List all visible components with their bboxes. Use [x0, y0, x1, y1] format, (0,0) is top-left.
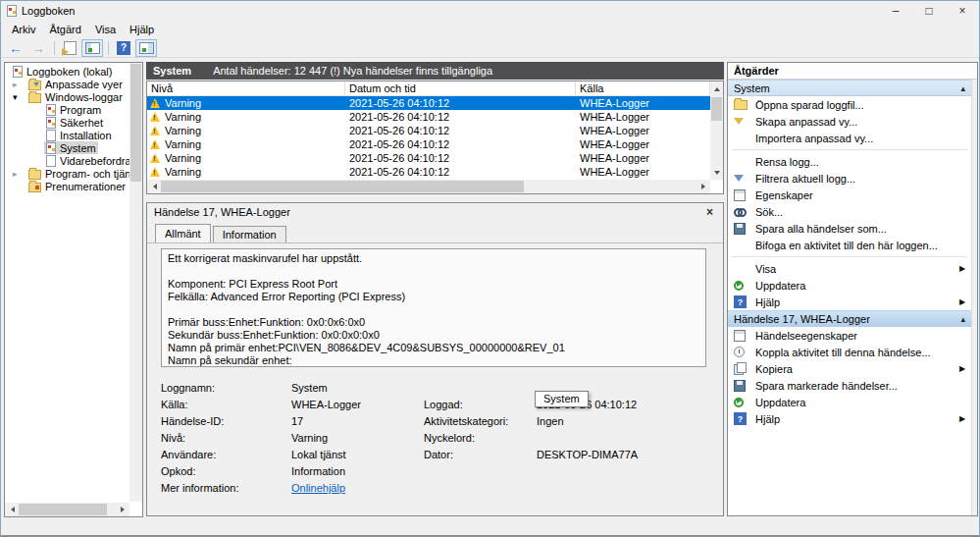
section-title: Händelse 17, WHEA-Logger	[734, 313, 960, 325]
details-tabs: Allmänt Information	[155, 225, 288, 242]
tree-vertical-scrollbar[interactable]	[129, 63, 142, 502]
action-visa[interactable]: Visa▶	[728, 260, 971, 277]
scrollbar-thumb[interactable]	[161, 181, 524, 192]
scroll-right-icon[interactable]	[696, 180, 710, 193]
tree-item-windows-loggar[interactable]: ▾Windows-loggar	[5, 90, 129, 103]
action-egenskaper[interactable]: Egenskaper	[728, 187, 971, 203]
expander-icon[interactable]: ▸	[11, 80, 26, 89]
action-spara-markerade-handelser[interactable]: Spara markerade händelser...	[728, 377, 971, 394]
tree-item-content: Program	[44, 103, 103, 116]
scrollbar-thumb[interactable]	[711, 97, 722, 121]
section-header-handelse-17-whea-logger[interactable]: Händelse 17, WHEA-Logger▴	[728, 310, 971, 327]
collapse-icon[interactable]: ▴	[960, 83, 965, 93]
event-rows: Varning2021-05-26 04:10:12WHEA-LoggerVar…	[147, 96, 710, 180]
tree-item-vidarebefordrade-handel[interactable]: Vidarebefordrade händel	[5, 154, 129, 167]
event-row[interactable]: Varning2021-05-26 04:10:12WHEA-Logger	[147, 110, 710, 124]
action-icon-slot	[734, 398, 755, 407]
scroll-left-icon[interactable]	[147, 180, 161, 193]
tree-item-program[interactable]: Program	[5, 103, 129, 116]
event-level: Varning	[147, 152, 345, 164]
action-handelseegenskaper[interactable]: Händelseegenskaper	[728, 327, 971, 344]
back-icon-button[interactable]	[5, 39, 26, 57]
event-row[interactable]: Varning2021-05-26 04:10:12WHEA-Logger	[147, 137, 710, 151]
none-icon	[734, 244, 735, 245]
action-filtrera-aktuell-logg[interactable]: Filtrera aktuell logg...	[728, 170, 971, 187]
action-hjalp[interactable]: ?Hjälp▶	[728, 294, 971, 310]
action-rensa-logg[interactable]: Rensa logg...	[728, 153, 971, 170]
task-icon	[734, 347, 745, 357]
maximize-button[interactable]: □	[912, 1, 946, 21]
tree-item-program-och-tjanstloggar[interactable]: ▸Program- och tjänstloggar	[5, 167, 129, 180]
event-date: 2021-05-26 04:10:12	[345, 97, 576, 109]
forward-icon-button[interactable]	[27, 39, 49, 57]
copy-icon	[734, 362, 747, 375]
action-bifoga-en-aktivitet-till-den-har-loggen[interactable]: Bifoga en aktivitet till den här loggen.…	[728, 237, 971, 253]
column-header-niva[interactable]: Nivå	[147, 81, 345, 95]
scrollbar-thumb[interactable]	[130, 64, 141, 182]
tree-horizontal-scrollbar[interactable]	[5, 503, 129, 516]
action-oppna-sparad-loggfil[interactable]: Öppna sparad loggfil...	[728, 96, 971, 113]
list-horizontal-scrollbar[interactable]	[147, 180, 710, 193]
tab-allmant[interactable]: Allmänt	[155, 224, 211, 242]
tree-item-label: System	[60, 142, 96, 154]
tree-item-prenumerationer[interactable]: Prenumerationer	[5, 180, 129, 192]
event-row[interactable]: Varning2021-05-26 04:10:12WHEA-Logger	[147, 165, 710, 179]
menu-hjalp[interactable]: Hjälp	[123, 22, 161, 37]
section-header-system[interactable]: System▴	[728, 80, 971, 96]
action-koppla-aktivitet-till-denna-handelse[interactable]: Koppla aktivitet till denna händelse...	[728, 344, 971, 360]
main-area: Loggboken (lokal)▸Anpassade vyer▾Windows…	[1, 58, 979, 519]
event-row[interactable]: Varning2021-05-26 04:10:12WHEA-Logger	[147, 124, 710, 137]
action-uppdatera[interactable]: Uppdatera	[728, 277, 971, 294]
action-skapa-anpassad-vy[interactable]: Skapa anpassad vy...	[728, 113, 971, 130]
action-icon-slot	[734, 347, 755, 357]
tree-item-system[interactable]: System	[5, 141, 129, 154]
open-folder-icon	[734, 100, 748, 110]
action-icon-slot	[734, 268, 755, 269]
folder-icon	[28, 170, 41, 180]
expander-icon[interactable]: ▸	[11, 169, 26, 179]
menu-arkiv[interactable]: Arkiv	[5, 22, 42, 37]
action-label: Spara alla händelser som...	[755, 223, 971, 235]
tree-item-loggboken-lokal[interactable]: Loggboken (lokal)	[5, 65, 129, 78]
column-header-kalla[interactable]: Källa	[576, 81, 710, 95]
scroll-right-icon[interactable]	[116, 503, 129, 516]
tree-item-label: Program	[60, 104, 101, 116]
tab-information[interactable]: Information	[213, 226, 286, 242]
scroll-down-icon[interactable]	[710, 166, 723, 180]
tree-item-sakerhet[interactable]: Säkerhet	[5, 116, 129, 129]
toolbar-separator	[54, 41, 55, 55]
action-uppdatera[interactable]: Uppdatera	[728, 394, 971, 410]
close-button[interactable]: ×	[946, 1, 979, 21]
action-spara-alla-handelser-som[interactable]: Spara alla händelser som...	[728, 220, 971, 237]
action-sok[interactable]: Sök...	[728, 203, 971, 220]
event-row[interactable]: Varning2021-05-26 04:10:12WHEA-Logger	[147, 96, 710, 110]
tree-item-anpassade-vyer[interactable]: ▸Anpassade vyer	[5, 78, 129, 90]
export-icon-button[interactable]	[59, 39, 80, 57]
action-kopiera[interactable]: Kopiera▶	[728, 360, 971, 377]
event-row[interactable]: Varning2021-05-26 04:10:12WHEA-Logger	[147, 151, 710, 165]
close-icon[interactable]: ×	[703, 205, 716, 219]
collapse-icon[interactable]: ▴	[960, 314, 965, 324]
field-label-mer-information: Mer information:	[161, 482, 291, 494]
menu-visa[interactable]: Visa	[88, 22, 123, 37]
scrollbar-thumb[interactable]	[19, 504, 107, 515]
expander-icon[interactable]: ▾	[11, 92, 26, 102]
action-hjalp[interactable]: ?Hjälp▶	[728, 410, 971, 427]
help-icon-button[interactable]: ?	[113, 39, 134, 57]
column-header-datum-och-tid[interactable]: Datum och tid	[345, 81, 576, 95]
tree-item-installation[interactable]: Installation	[5, 129, 129, 141]
minimize-button[interactable]: –	[879, 1, 912, 21]
console-tree-icon-button[interactable]	[81, 39, 103, 57]
list-vertical-scrollbar[interactable]	[710, 81, 723, 180]
actions-scrollbar[interactable]	[971, 80, 977, 515]
field-value-mer-information[interactable]: Onlinehjälp	[291, 482, 424, 494]
root-icon	[13, 66, 23, 78]
action-importera-anpassad-vy[interactable]: Importera anpassad vy...	[728, 130, 971, 146]
menu-atgard[interactable]: Åtgärd	[42, 22, 87, 37]
action-label: Skapa anpassad vy...	[755, 116, 971, 128]
scroll-left-icon[interactable]	[5, 503, 19, 516]
scroll-up-icon[interactable]	[710, 81, 723, 95]
tree-item-content: Installation	[44, 129, 114, 141]
action-pane-icon-button[interactable]	[135, 39, 157, 57]
event-level-text: Varning	[165, 97, 201, 109]
